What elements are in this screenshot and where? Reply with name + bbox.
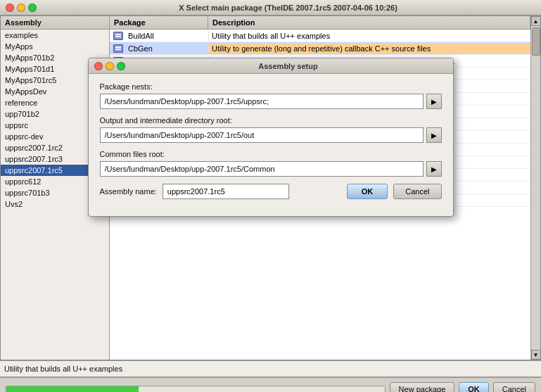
package-nests-label: Package nests: xyxy=(100,82,442,91)
dialog-overlay: Assembly setup Package nests: ▶ Output a… xyxy=(0,15,541,392)
package-nests-input[interactable] xyxy=(100,94,424,109)
assembly-setup-dialog: Assembly setup Package nests: ▶ Output a… xyxy=(88,58,454,217)
output-dir-browse-button[interactable]: ▶ xyxy=(426,127,442,143)
dialog-title: Assembly setup xyxy=(129,62,447,70)
dialog-min-button[interactable] xyxy=(106,62,114,70)
assembly-name-input[interactable] xyxy=(163,184,289,199)
dialog-title-bar: Assembly setup xyxy=(89,58,453,74)
title-bar: X Select main package (TheIDE 2007.1rc5 … xyxy=(0,0,541,15)
output-dir-input[interactable] xyxy=(100,127,424,143)
maximize-button[interactable] xyxy=(28,4,37,12)
common-files-row: ▶ xyxy=(100,161,442,177)
dialog-close-button[interactable] xyxy=(94,62,103,70)
window-title: X Select main package (TheIDE 2007.1rc5 … xyxy=(41,4,535,12)
package-nests-row: ▶ xyxy=(100,94,442,109)
package-nests-browse-button[interactable]: ▶ xyxy=(426,94,442,109)
dialog-ok-button[interactable]: OK xyxy=(347,184,388,199)
output-dir-row: ▶ xyxy=(100,127,442,143)
close-button[interactable] xyxy=(6,4,14,12)
minimize-button[interactable] xyxy=(17,4,25,12)
assembly-name-label: Assembly name: xyxy=(100,187,157,196)
dialog-body: Package nests: ▶ Output and intermediate… xyxy=(89,74,453,216)
dialog-window-controls[interactable] xyxy=(94,62,125,70)
output-dir-label: Output and intermediate directory root: xyxy=(100,116,442,125)
common-files-browse-button[interactable]: ▶ xyxy=(426,161,442,177)
assembly-name-row: Assembly name: OK Cancel xyxy=(100,184,442,199)
window-controls[interactable] xyxy=(6,4,37,12)
dialog-cancel-button[interactable]: Cancel xyxy=(393,184,441,199)
dialog-max-button[interactable] xyxy=(117,62,125,70)
common-files-label: Common files root: xyxy=(100,150,442,158)
common-files-input[interactable] xyxy=(100,161,424,177)
